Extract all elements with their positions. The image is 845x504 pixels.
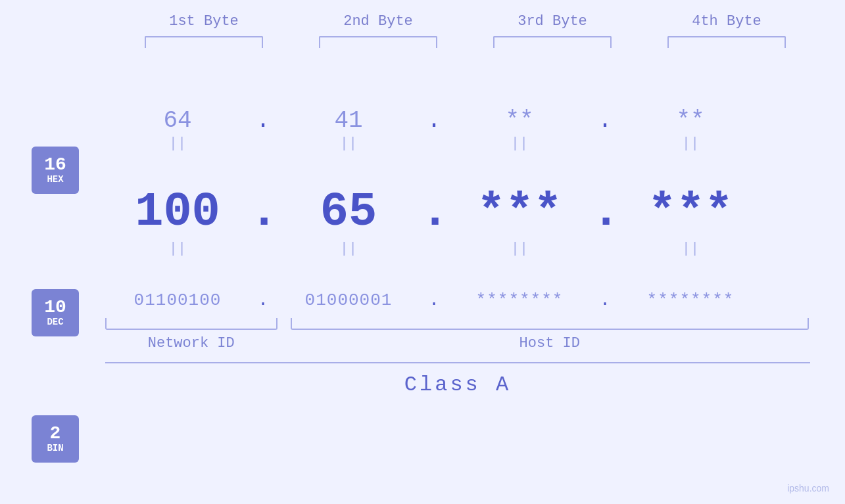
dec-b2: 65 bbox=[276, 185, 421, 239]
sep1-b4: || bbox=[618, 135, 763, 152]
bracket-byte4 bbox=[667, 36, 786, 48]
hex-badge: 16 HEX bbox=[32, 147, 79, 194]
dec-num: 10 bbox=[44, 298, 66, 317]
content-area: 16 HEX 10 DEC 2 BIN 64 . 41 . ** . ** bbox=[0, 68, 845, 463]
hex-b3: ** bbox=[447, 107, 592, 134]
sep2-b4: || bbox=[618, 241, 763, 257]
hex-b1: 64 bbox=[105, 107, 250, 134]
bracket-byte2 bbox=[319, 36, 437, 48]
dot-bin-1: . bbox=[250, 290, 276, 310]
dec-badge: 10 DEC bbox=[32, 289, 79, 336]
sep2-b3: || bbox=[447, 241, 592, 257]
bracket-host bbox=[291, 318, 809, 330]
bin-b4: ******** bbox=[618, 290, 763, 310]
byte4-header: 4th Byte bbox=[661, 13, 792, 30]
bracket-network bbox=[105, 318, 278, 330]
dot-hex-1: . bbox=[250, 107, 276, 134]
sep1-b2: || bbox=[276, 135, 421, 152]
sep2-b2: || bbox=[276, 241, 421, 257]
dec-label: DEC bbox=[47, 317, 63, 328]
values-area: 64 . 41 . ** . ** || || || || 100 bbox=[85, 68, 809, 463]
dec-b4: *** bbox=[618, 185, 763, 239]
byte-headers: 1st Byte 2nd Byte 3rd Byte 4th Byte bbox=[117, 13, 814, 30]
sep2-b1: || bbox=[105, 241, 250, 257]
byte1-header: 1st Byte bbox=[138, 13, 270, 30]
dot-hex-3: . bbox=[592, 107, 618, 134]
dec-b1: 100 bbox=[105, 185, 250, 239]
sep1-b1: || bbox=[105, 135, 250, 152]
dec-row: 100 . 65 . *** . *** bbox=[105, 185, 829, 239]
bin-row: 01100100 . 01000001 . ******** . *******… bbox=[105, 290, 829, 310]
bottom-brackets-row bbox=[105, 318, 809, 330]
class-label: Class A bbox=[105, 373, 810, 397]
dot-dec-1: . bbox=[250, 185, 276, 239]
dot-bin-3: . bbox=[592, 290, 618, 310]
bin-badge: 2 BIN bbox=[32, 415, 79, 463]
hex-row: 64 . 41 . ** . ** bbox=[105, 107, 829, 134]
sep-row-1: || || || || bbox=[105, 134, 829, 152]
class-bracket-line bbox=[105, 362, 810, 363]
hex-label: HEX bbox=[47, 174, 63, 185]
hex-num: 16 bbox=[44, 156, 66, 174]
dot-hex-2: . bbox=[421, 107, 447, 134]
id-labels-row: Network ID Host ID bbox=[105, 335, 809, 352]
dot-dec-2: . bbox=[421, 185, 447, 239]
dec-b3: *** bbox=[447, 185, 592, 239]
network-id-label: Network ID bbox=[105, 335, 278, 352]
sep-row-2: || || || || bbox=[105, 239, 829, 258]
hex-b2: 41 bbox=[276, 107, 421, 134]
bin-b3: ******** bbox=[447, 290, 592, 310]
byte3-header: 3rd Byte bbox=[487, 13, 618, 30]
dot-bin-2: . bbox=[421, 290, 447, 310]
host-id-label: Host ID bbox=[291, 335, 809, 352]
dot-dec-3: . bbox=[592, 185, 618, 239]
watermark: ipshu.com bbox=[787, 483, 829, 493]
bracket-byte1 bbox=[145, 36, 263, 48]
bin-label: BIN bbox=[47, 443, 63, 454]
bin-b2: 01000001 bbox=[276, 290, 421, 310]
base-badges-col: 16 HEX 10 DEC 2 BIN bbox=[0, 68, 85, 463]
top-brackets bbox=[117, 36, 814, 48]
byte2-header: 2nd Byte bbox=[312, 13, 444, 30]
bin-b1: 01100100 bbox=[105, 290, 250, 310]
hex-b4: ** bbox=[618, 107, 763, 134]
main-container: 1st Byte 2nd Byte 3rd Byte 4th Byte 16 H… bbox=[0, 0, 845, 504]
bracket-byte3 bbox=[493, 36, 612, 48]
sep1-b3: || bbox=[447, 135, 592, 152]
bin-num: 2 bbox=[50, 424, 61, 443]
